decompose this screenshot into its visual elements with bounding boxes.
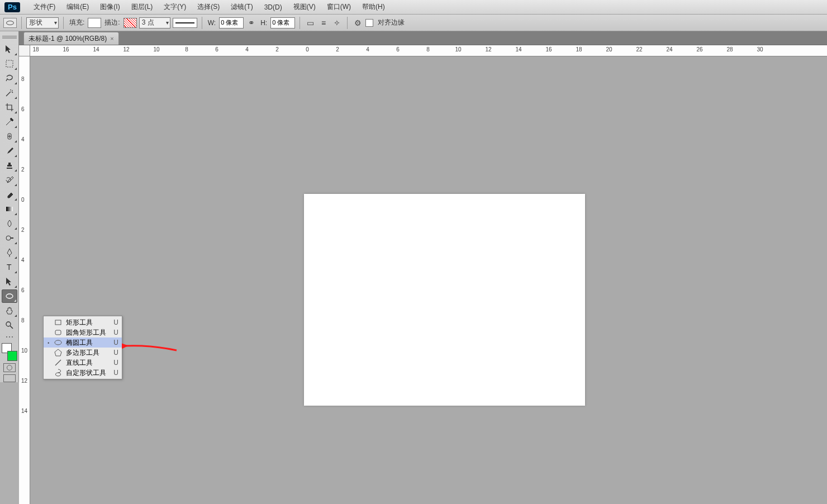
svg-point-6: [6, 322, 11, 326]
close-icon[interactable]: ×: [110, 35, 113, 42]
hand-tool[interactable]: [2, 304, 17, 317]
custom-icon: [54, 368, 63, 377]
svg-line-14: [55, 360, 61, 365]
menu-window[interactable]: 窗口(W): [321, 2, 357, 12]
menu-file[interactable]: 文件(F): [28, 2, 61, 12]
flyout-item-label: 多边形工具: [66, 348, 108, 358]
brush-tool[interactable]: [2, 144, 17, 158]
menu-image[interactable]: 图像(I): [94, 2, 125, 12]
svg-rect-2: [6, 207, 13, 211]
width-input[interactable]: [219, 17, 244, 28]
svg-rect-11: [55, 330, 61, 335]
dodge-tool[interactable]: [2, 231, 17, 245]
svg-point-8: [9, 336, 10, 337]
menu-3d[interactable]: 3D(D): [259, 3, 288, 11]
menu-layer[interactable]: 图层(L): [126, 2, 159, 12]
lasso-tool[interactable]: [2, 72, 17, 85]
flyout-item-poly[interactable]: 多边形工具U: [44, 348, 122, 358]
stroke-label: 描边:: [103, 18, 121, 27]
flyout-item-line[interactable]: 直线工具U: [44, 358, 122, 368]
stroke-size-select[interactable]: 3 点: [139, 17, 170, 28]
gear-icon[interactable]: ⚙: [352, 17, 363, 28]
flyout-item-shortcut: U: [112, 318, 118, 326]
tool-mode-select[interactable]: 形状: [26, 17, 59, 28]
eyedropper-tool[interactable]: [2, 115, 17, 129]
svg-point-9: [12, 336, 13, 337]
path-select-tool[interactable]: [2, 275, 17, 288]
pen-tool[interactable]: [2, 246, 17, 259]
crop-tool[interactable]: [2, 101, 17, 114]
path-align-icon[interactable]: ≡: [318, 17, 329, 28]
flyout-item-shortcut: U: [112, 339, 118, 346]
eraser-tool[interactable]: [2, 188, 17, 201]
flyout-item-custom[interactable]: 自定形状工具U: [44, 368, 122, 378]
menu-help[interactable]: 帮助(H): [357, 2, 391, 12]
ruler-vertical[interactable]: 864202468101214: [19, 56, 30, 504]
svg-point-5: [6, 294, 13, 298]
flyout-item-shortcut: U: [112, 349, 118, 356]
fill-label: 填充:: [68, 18, 85, 27]
wand-tool[interactable]: [2, 86, 17, 99]
document-tab-bar: 未标题-1 @ 100%(RGB/8) ×: [0, 31, 827, 45]
flyout-item-shortcut: U: [112, 329, 118, 336]
svg-rect-10: [55, 320, 61, 325]
svg-text:T: T: [7, 263, 12, 272]
rrect-icon: [54, 328, 63, 337]
type-tool[interactable]: T: [2, 260, 17, 274]
canvas-area[interactable]: [30, 56, 827, 504]
history-brush-tool[interactable]: [2, 173, 17, 187]
flyout-item-shortcut: U: [112, 359, 118, 367]
flyout-item-rect[interactable]: 矩形工具U: [44, 317, 122, 327]
path-arrange-icon[interactable]: ✧: [331, 17, 343, 28]
edit-toolbar[interactable]: [2, 333, 17, 341]
menu-filter[interactable]: 滤镜(T): [225, 2, 258, 12]
ellipse-icon[interactable]: [3, 18, 17, 28]
zoom-tool[interactable]: [2, 318, 17, 332]
height-input[interactable]: [270, 17, 295, 28]
line-icon: [54, 358, 63, 367]
rect-icon: [54, 318, 63, 327]
move-tool[interactable]: [2, 42, 17, 56]
workspace: 1816141210864202468101214161820222426283…: [19, 45, 827, 504]
flyout-item-label: 自定形状工具: [66, 368, 108, 378]
width-label: W:: [207, 19, 217, 27]
shape-tool[interactable]: [2, 289, 17, 303]
menu-edit[interactable]: 编辑(E): [61, 2, 94, 12]
poly-icon: [54, 348, 63, 357]
stamp-tool[interactable]: [2, 159, 17, 172]
marquee-tool[interactable]: [2, 57, 17, 70]
options-bar: 形状 填充: 描边: 3 点 W: ⚭ H: ▭ ≡ ✧ ⚙ 对齐边缘: [0, 15, 827, 31]
document-tab[interactable]: 未标题-1 @ 100%(RGB/8) ×: [23, 32, 119, 45]
blur-tool[interactable]: [2, 217, 17, 230]
screen-mode-icon[interactable]: [3, 374, 16, 382]
align-edges-checkbox[interactable]: [365, 19, 373, 27]
align-edges-label: 对齐边缘: [377, 18, 406, 27]
flyout-item-shortcut: U: [112, 369, 118, 377]
svg-marker-13: [55, 349, 61, 356]
stroke-style-select[interactable]: [173, 18, 197, 28]
stroke-swatch[interactable]: [123, 18, 137, 28]
path-combine-icon[interactable]: ▭: [305, 17, 316, 28]
document-tab-title: 未标题-1 @ 100%(RGB/8): [28, 34, 107, 44]
flyout-item-rrect[interactable]: 圆角矩形工具U: [44, 327, 122, 337]
background-color[interactable]: [7, 351, 17, 361]
menu-select[interactable]: 选择(S): [192, 2, 225, 12]
ruler-horizontal[interactable]: 1816141210864202468101214161820222426283…: [30, 45, 827, 56]
flyout-item-ellipse[interactable]: ▪椭圆工具U: [44, 337, 122, 348]
toolbox-handle[interactable]: [1, 34, 18, 40]
menu-view[interactable]: 视图(V): [288, 2, 321, 12]
svg-point-12: [55, 340, 61, 345]
canvas[interactable]: [304, 194, 585, 406]
color-swatches[interactable]: [2, 343, 17, 361]
fill-swatch[interactable]: [88, 18, 101, 28]
link-icon[interactable]: ⚭: [246, 17, 257, 28]
ellipse-icon: [54, 338, 63, 347]
svg-point-7: [6, 336, 7, 337]
app-logo: Ps: [4, 2, 20, 12]
menu-type[interactable]: 文字(Y): [158, 2, 192, 12]
active-dot-icon: ▪: [47, 340, 50, 345]
ruler-origin[interactable]: [19, 45, 30, 56]
gradient-tool[interactable]: [2, 202, 17, 216]
heal-tool[interactable]: [2, 130, 17, 143]
quick-mask-icon[interactable]: [3, 363, 16, 372]
